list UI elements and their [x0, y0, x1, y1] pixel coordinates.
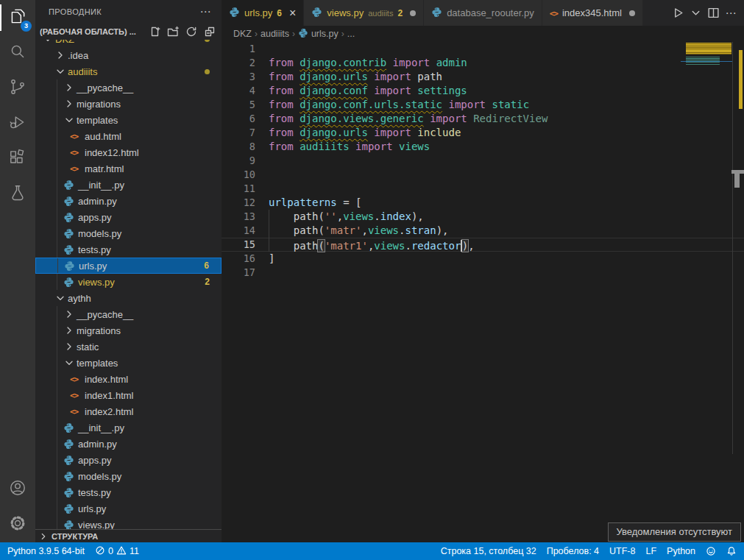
tree-item-views-py[interactable]: views.py: [35, 517, 222, 529]
chevron-down-icon: [54, 65, 66, 77]
encoding-status[interactable]: UTF-8: [609, 546, 635, 556]
tree-item--pycache-[interactable]: __pycache__: [35, 306, 222, 322]
error-icon: [95, 545, 105, 558]
tree-item-apps-py[interactable]: apps.py: [35, 452, 222, 468]
close-icon[interactable]: ×: [289, 7, 296, 19]
notifications-tooltip: Уведомления отсутствуют: [608, 522, 741, 542]
activity-item-explorer[interactable]: 3: [0, 0, 35, 35]
eol-status[interactable]: LF: [645, 546, 656, 556]
problems-badge: 6: [204, 260, 209, 271]
testing-icon: [8, 183, 27, 205]
python-file-icon: [63, 244, 77, 255]
tree-item-views-py[interactable]: views.py2: [35, 274, 222, 290]
tree-item-static[interactable]: static: [35, 339, 222, 355]
line-number: 16: [222, 252, 255, 266]
tree-item-migrations[interactable]: migrations: [35, 322, 222, 339]
tree-item-index2-html[interactable]: <>index2.html: [35, 403, 222, 419]
tree-item-models-py[interactable]: models.py: [35, 468, 222, 484]
activity-item-account[interactable]: [0, 472, 35, 507]
chevron-right-icon: [63, 325, 75, 336]
chevron-down-button[interactable]: [688, 5, 703, 21]
interpreter-status[interactable]: Python 3.9.5 64-bit: [7, 546, 85, 556]
tree-item-models-py[interactable]: models.py: [35, 225, 222, 241]
more-actions-icon[interactable]: ⋯: [200, 5, 211, 18]
tab-description: audiiits: [368, 9, 393, 18]
cursor-position-status[interactable]: Строка 15, столбец 32: [441, 546, 536, 556]
tree-item-label: __init__.py: [78, 180, 124, 191]
workspace-section-header[interactable]: (РАБОЧАЯ ОБЛАСТЬ) ...: [35, 24, 222, 40]
tree-item-index-html[interactable]: <>index.html: [35, 371, 222, 387]
workspace-label: (РАБОЧАЯ ОБЛАСТЬ) ...: [40, 27, 136, 36]
tree-item-migrations[interactable]: migrations: [35, 96, 222, 112]
html-file-icon: <>: [550, 7, 558, 18]
language-mode-status[interactable]: Python: [667, 546, 695, 556]
tree-item--idea[interactable]: .idea: [35, 47, 222, 63]
status-bar-right: Строка 15, столбец 32Пробелов: 4UTF-8LFP…: [441, 546, 737, 556]
tree-item-urls-py[interactable]: urls.py6: [35, 258, 222, 274]
tab-views-py[interactable]: views.pyaudiiits2: [304, 0, 424, 26]
tree-item-urls-py[interactable]: urls.py: [35, 500, 222, 517]
activity-item-run-debug[interactable]: [0, 106, 35, 141]
collapse-all-icon[interactable]: [204, 26, 216, 38]
line-number: 6: [222, 112, 255, 126]
new-folder-icon[interactable]: [167, 26, 179, 38]
activity-item-settings[interactable]: [0, 507, 35, 542]
split-editor-button[interactable]: [706, 5, 720, 21]
tree-item-index12-html[interactable]: <>index12.html: [35, 144, 222, 160]
line-content: path('matr1',views.redactor),: [255, 238, 475, 252]
tree-item-label: index2.html: [85, 406, 133, 417]
line-number: 5: [222, 98, 255, 112]
new-file-icon[interactable]: [149, 26, 160, 38]
activity-item-source-control[interactable]: [0, 71, 35, 106]
tree-item--init-py[interactable]: __init__.py: [35, 419, 222, 436]
tab-urls-py[interactable]: urls.py6×: [222, 0, 304, 26]
run-button[interactable]: [670, 5, 685, 21]
python-file-icon: [63, 486, 77, 498]
tab-label: urls.py: [244, 7, 272, 18]
breadcrumb-item[interactable]: DKZ: [233, 29, 252, 39]
outline-section-header[interactable]: СТРУКТУРА: [35, 529, 222, 542]
line-number: 14: [222, 224, 255, 238]
tree-item-templates[interactable]: templates: [35, 112, 222, 128]
chevron-right-icon: [38, 531, 50, 542]
tree-item--pycache-[interactable]: __pycache__: [35, 79, 222, 96]
tree-item-apps-py[interactable]: apps.py: [35, 209, 222, 225]
tree-item-tests-py[interactable]: tests.py: [35, 241, 222, 258]
activity-item-testing[interactable]: [0, 177, 35, 212]
tree-item-audiiits[interactable]: audiiits: [35, 63, 222, 79]
python-file-icon: [63, 276, 77, 288]
code-line: 8from audiiits import views: [222, 140, 744, 154]
activity-item-extensions[interactable]: [0, 141, 35, 177]
line-content: from audiiits import views: [255, 140, 430, 154]
tree-item-index1-html[interactable]: <>index1.html: [35, 387, 222, 403]
activity-bar-top: 3: [0, 0, 35, 212]
chevron-right-icon: [63, 341, 75, 352]
tree-item--init-py[interactable]: __init__.py: [35, 177, 222, 193]
more-icon[interactable]: ⋯: [723, 5, 738, 21]
tree-item-admin-py[interactable]: admin.py: [35, 436, 222, 452]
notifications-bell-icon[interactable]: [726, 546, 737, 556]
minimap-warning-block[interactable]: [686, 43, 731, 54]
breadcrumb-item[interactable]: audiiits: [261, 29, 289, 39]
refresh-icon[interactable]: [185, 26, 197, 38]
tree-item-aythh[interactable]: aythh: [35, 290, 222, 306]
tree-item-templates[interactable]: templates: [35, 355, 222, 371]
tree-item-dkz[interactable]: DKZ: [35, 40, 222, 47]
tab-index345-html[interactable]: <>index345.html: [542, 0, 643, 26]
file-tree: DKZ.ideaaudiiits__pycache__migrationstem…: [35, 40, 222, 529]
breadcrumb-item[interactable]: ...: [347, 29, 355, 39]
code-editor[interactable]: 12from django.contrib import admin3from …: [222, 42, 744, 542]
tree-item-aud-html[interactable]: <>aud.html: [35, 128, 222, 144]
feedback-icon[interactable]: [706, 546, 716, 556]
tree-item-label: aythh: [68, 293, 91, 304]
indentation-status[interactable]: Пробелов: 4: [547, 546, 599, 556]
breadcrumb-item[interactable]: urls.py: [311, 29, 339, 39]
tree-item-matr-html[interactable]: <>matr.html: [35, 160, 222, 177]
tree-item-admin-py[interactable]: admin.py: [35, 193, 222, 209]
activity-item-search[interactable]: [0, 35, 35, 71]
html-file-icon: <>: [70, 405, 83, 417]
tab-database-roouter-py[interactable]: database_roouter.py: [424, 0, 542, 26]
problems-status[interactable]: 011: [95, 545, 139, 558]
tree-item-tests-py[interactable]: tests.py: [35, 484, 222, 500]
html-file-icon: <>: [70, 373, 83, 385]
